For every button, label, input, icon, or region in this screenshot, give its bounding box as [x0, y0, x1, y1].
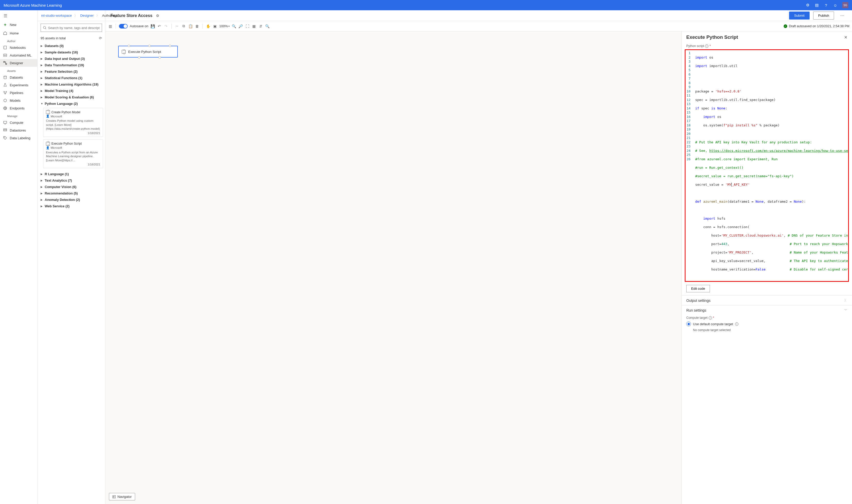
navigator-icon	[112, 495, 116, 499]
code-lines[interactable]: import os import importlib.util package …	[693, 50, 848, 281]
undo-icon[interactable]: ↶	[157, 24, 162, 29]
menu-toggle-icon[interactable]: ☰	[0, 11, 37, 20]
tree-text[interactable]: ▶Text Analytics (7)	[39, 177, 103, 184]
output-port[interactable]	[138, 56, 140, 58]
tree-stat[interactable]: ▶Statistical Functions (1)	[39, 75, 103, 81]
run-settings-section[interactable]: Run settings ﹀	[682, 305, 852, 315]
tree-python[interactable]: ▼Python Language (2)	[39, 101, 103, 107]
svg-rect-7	[4, 61, 5, 62]
output-port[interactable]	[159, 56, 161, 58]
avatar[interactable]: SG	[842, 2, 848, 8]
pipeline-name: Feature Store Access	[110, 13, 153, 18]
search-input[interactable]	[48, 26, 100, 30]
tree-dataio[interactable]: ▶Data Input and Output (3)	[39, 55, 103, 62]
svg-point-20	[4, 137, 5, 138]
minimap-icon[interactable]: ▦	[252, 24, 256, 29]
zoom-out-icon[interactable]: 🔎	[238, 24, 243, 29]
svg-rect-18	[4, 129, 7, 130]
output-settings-section[interactable]: Output settings 〉	[682, 295, 852, 305]
compute-default-radio[interactable]: Use default compute target i	[686, 320, 847, 328]
tree-rec[interactable]: ▶Recommendation (5)	[39, 190, 103, 197]
pipelines-icon	[3, 91, 7, 95]
screenshot-icon[interactable]: ▤	[815, 3, 819, 7]
find-icon[interactable]: 🔍	[265, 24, 270, 29]
zoom-dropdown[interactable]: 100% ▾	[219, 24, 229, 28]
tree-cv[interactable]: ▶Computer Vision (6)	[39, 184, 103, 190]
main-area: Feature Store Access ⚙ Submit Publish ⋯ …	[105, 10, 852, 504]
nav-designer[interactable]: Designer	[0, 59, 37, 67]
more-icon[interactable]: ⋯	[838, 12, 847, 19]
nav-datasets[interactable]: Datasets	[0, 73, 37, 81]
canvas[interactable]: Execute Python Script Navigator	[105, 31, 682, 504]
tree-feature[interactable]: ▶Feature Selection (2)	[39, 68, 103, 75]
svg-rect-19	[4, 130, 7, 131]
layers-icon[interactable]: ▥	[108, 24, 112, 29]
nav-notebooks[interactable]: Notebooks	[0, 44, 37, 51]
help-icon[interactable]: ?	[824, 3, 828, 7]
input-port[interactable]	[148, 45, 150, 47]
info-icon[interactable]: i	[705, 44, 708, 48]
nav-compute[interactable]: Compute	[0, 119, 37, 126]
edit-code-button[interactable]: Edit code	[686, 285, 710, 292]
tree-r[interactable]: ▶R Language (1)	[39, 171, 103, 177]
search-input-wrapper[interactable]	[41, 24, 102, 32]
tree-transform[interactable]: ▶Data Transformation (19)	[39, 62, 103, 68]
module-icon	[122, 50, 126, 54]
tree-sample[interactable]: ▶Sample datasets (16)	[39, 49, 103, 55]
fit-icon[interactable]: ▣	[212, 24, 217, 29]
submit-button[interactable]: Submit	[789, 12, 810, 19]
info-icon[interactable]: i	[735, 322, 739, 326]
input-port[interactable]	[128, 45, 130, 47]
tree-scoring[interactable]: ▶Model Scoring & Evaluation (6)	[39, 94, 103, 101]
input-port[interactable]	[169, 45, 171, 47]
tree-training[interactable]: ▶Model Training (4)	[39, 88, 103, 94]
nav-models[interactable]: Models	[0, 96, 37, 104]
refresh-icon[interactable]: ⟳	[99, 36, 102, 40]
section-assets: Assets	[0, 67, 37, 73]
toolbar: ▥ Autosave on 💾 ↶ ↷ ✂ ⧉ 📋 🗑 ✋ ▣ 100% ▾ 🔍…	[105, 21, 852, 31]
tree-mla[interactable]: ▶Machine Learning Algorithms (19)	[39, 81, 103, 88]
tree-datasets[interactable]: ▶Datasets (0)	[39, 43, 103, 49]
save-icon[interactable]: 💾	[150, 24, 155, 29]
nav-endpoints[interactable]: Endpoints	[0, 104, 37, 112]
autosave-toggle[interactable]	[119, 24, 128, 29]
asset-tree: ▶Datasets (0) ▶Sample datasets (16) ▶Dat…	[37, 43, 105, 504]
close-icon[interactable]: ✕	[844, 35, 847, 40]
tree-anomaly[interactable]: ▶Anomaly Detection (2)	[39, 197, 103, 203]
section-manage: Manage	[0, 112, 37, 119]
nav-experiments[interactable]: Experiments	[0, 81, 37, 89]
delete-icon[interactable]: 🗑	[195, 24, 199, 29]
nav-pipelines[interactable]: Pipelines	[0, 89, 37, 96]
navigator-button[interactable]: Navigator	[109, 493, 135, 500]
gear-icon[interactable]: ⚙	[156, 14, 159, 18]
info-icon[interactable]: i	[709, 316, 712, 320]
actual-size-icon[interactable]: ⛶	[245, 24, 250, 29]
properties-panel: Execute Python Script ✕ Python script i …	[682, 31, 852, 504]
nav-automl[interactable]: Automated ML	[0, 51, 37, 59]
check-icon: ✓	[784, 24, 787, 28]
code-editor[interactable]: 1234567891011121314151617181920212223242…	[685, 49, 849, 282]
nav-labeling[interactable]: Data Labeling	[0, 134, 37, 142]
module-execute-python-script[interactable]: Execute Python Script 👤Microsoft Execute…	[43, 140, 103, 168]
copy-icon[interactable]: ⧉	[181, 24, 186, 29]
pan-icon[interactable]: ✋	[206, 24, 210, 29]
nav-home[interactable]: Home	[0, 29, 37, 37]
zoom-in-icon[interactable]: 🔍	[232, 24, 236, 29]
svg-rect-0	[4, 46, 6, 49]
nav-datastores[interactable]: Datastores	[0, 126, 37, 134]
svg-line-22	[46, 29, 46, 29]
breadcrumb-workspace[interactable]: ml-studio-workspace	[41, 14, 72, 17]
compute-target-label: Compute target i *	[686, 315, 847, 320]
notebook-icon	[3, 46, 7, 50]
breadcrumb-designer[interactable]: Designer	[80, 14, 93, 17]
paste-icon[interactable]: 📋	[188, 24, 193, 29]
publish-button[interactable]: Publish	[813, 12, 834, 19]
gear-icon[interactable]: ⚙	[805, 3, 810, 7]
feedback-icon[interactable]: ☺	[833, 3, 838, 7]
tree-web[interactable]: ▶Web Service (2)	[39, 203, 103, 209]
nav-new[interactable]: ＋New	[0, 20, 37, 29]
canvas-node-execute-python[interactable]: Execute Python Script	[118, 46, 178, 57]
autolayout-icon[interactable]: ⇵	[259, 24, 263, 29]
labeling-icon	[3, 136, 7, 140]
module-create-python-model[interactable]: Create Python Model 👤Microsoft Creates P…	[43, 108, 103, 137]
